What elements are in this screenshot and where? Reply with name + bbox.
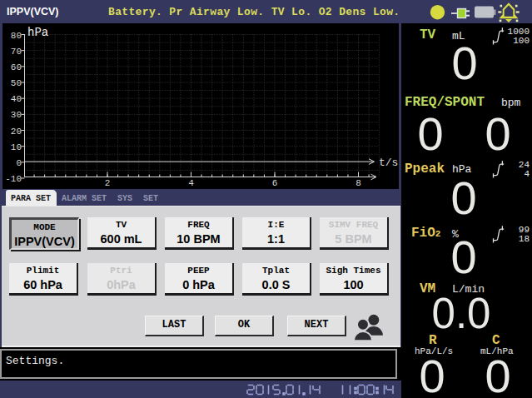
svg-text:20: 20 — [11, 127, 22, 137]
svg-text:4: 4 — [188, 178, 194, 188]
svg-text:70: 70 — [11, 47, 22, 57]
svg-text:30: 30 — [11, 110, 22, 120]
svg-text:10: 10 — [11, 142, 22, 152]
svg-text:80: 80 — [11, 31, 22, 41]
svg-text:2: 2 — [105, 178, 111, 188]
svg-text:40: 40 — [11, 94, 22, 104]
svg-text:8: 8 — [355, 178, 361, 188]
svg-text:50: 50 — [11, 78, 22, 88]
svg-text:6: 6 — [272, 178, 278, 188]
svg-text:-10: -10 — [5, 174, 22, 184]
svg-text:60: 60 — [11, 62, 22, 72]
svg-text:hPa: hPa — [27, 26, 48, 39]
svg-text:0: 0 — [16, 158, 22, 168]
svg-text:t/s: t/s — [379, 157, 398, 169]
